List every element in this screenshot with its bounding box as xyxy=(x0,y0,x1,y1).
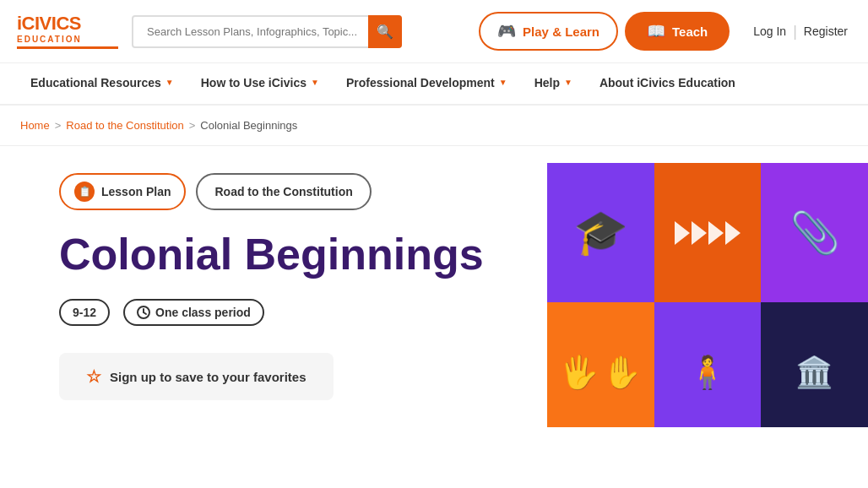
raised-hand-icon: 🖐 xyxy=(559,354,599,391)
nav-label: Educational Resources xyxy=(30,76,161,89)
duration-label: One class period xyxy=(155,306,251,319)
chevron-down-icon: ▼ xyxy=(564,78,572,87)
road-label: Road to the Constitution xyxy=(214,185,352,198)
favorites-label: Sign up to save to your favorites xyxy=(110,370,307,384)
header-nav-buttons: 🎮 Play & Learn 📖 Teach xyxy=(479,12,730,51)
hero-cell-arrows xyxy=(654,163,762,302)
play-learn-label: Play & Learn xyxy=(523,24,599,39)
breadcrumb-section[interactable]: Road to the Constitution xyxy=(66,119,183,132)
svg-line-2 xyxy=(144,312,146,314)
hero-cell-purple: 🧍 xyxy=(654,302,762,427)
hero-cell-graduation: 🎓 xyxy=(547,163,654,302)
duration-badge: One class period xyxy=(123,299,264,326)
paperclip-icon: 📎 xyxy=(789,209,840,257)
header: iCIVICS EDUCATION 🔍 🎮 Play & Learn 📖 Tea… xyxy=(0,0,868,63)
search-input[interactable] xyxy=(132,15,402,48)
nav-label: Professional Development xyxy=(346,76,495,89)
search-icon: 🔍 xyxy=(377,24,393,40)
hero-cell-dark: 🏛️ xyxy=(761,302,868,427)
logo-education-text: EDUCATION xyxy=(17,35,118,44)
main-content: 🎓 📎 🖐 ✋ 🧍 🏛️ xyxy=(0,146,868,427)
arrow-icon xyxy=(708,221,724,245)
chevron-down-icon: ▼ xyxy=(499,78,507,87)
arrow-icon xyxy=(725,221,741,245)
register-link[interactable]: Register xyxy=(800,18,851,45)
logo[interactable]: iCIVICS EDUCATION xyxy=(17,14,118,49)
logo-icivics-text: iCIVICS xyxy=(17,14,118,33)
navbar: Educational Resources ▼ How to Use iCivi… xyxy=(0,63,868,106)
sidebar-item-educational-resources[interactable]: Educational Resources ▼ xyxy=(17,63,187,104)
breadcrumb: Home > Road to the Constitution > Coloni… xyxy=(0,106,868,146)
breadcrumb-sep-2: > xyxy=(189,119,196,132)
chevron-down-icon: ▼ xyxy=(311,78,319,87)
sidebar-item-about[interactable]: About iCivics Education xyxy=(586,63,749,104)
clipboard-icon: 📋 xyxy=(79,186,91,198)
grade-badge: 9-12 xyxy=(59,299,110,326)
sidebar-item-help[interactable]: Help ▼ xyxy=(521,63,586,104)
login-link[interactable]: Log In xyxy=(750,18,789,45)
arrow-icon xyxy=(692,221,707,245)
raised-hand-icon-2: ✋ xyxy=(602,354,642,391)
nav-label: About iCivics Education xyxy=(599,76,735,89)
person-icon: 🧍 xyxy=(687,354,727,391)
arrow-row xyxy=(675,221,741,245)
decorative-icon: 🏛️ xyxy=(795,355,833,390)
tag-road-to-constitution[interactable]: Road to the Constitution xyxy=(196,173,371,210)
star-icon: ☆ xyxy=(86,366,101,387)
hero-grid: 🎓 📎 🖐 ✋ 🧍 🏛️ xyxy=(547,163,868,427)
teach-button[interactable]: 📖 Teach xyxy=(625,12,730,51)
sidebar-item-professional-dev[interactable]: Professional Development ▼ xyxy=(333,63,521,104)
sidebar-item-how-to-use[interactable]: How to Use iCivics ▼ xyxy=(187,63,333,104)
search-wrapper: 🔍 xyxy=(132,15,402,48)
breadcrumb-home[interactable]: Home xyxy=(20,119,50,132)
hero-image: 🎓 📎 🖐 ✋ 🧍 🏛️ xyxy=(547,163,868,427)
graduation-cap-icon: 🎓 xyxy=(573,207,628,258)
book-icon: 📖 xyxy=(647,22,665,41)
arrow-icon xyxy=(675,221,690,245)
search-button[interactable]: 🔍 xyxy=(368,15,402,48)
clock-icon xyxy=(137,306,150,319)
nav-label: Help xyxy=(534,76,560,89)
auth-links: Log In | Register xyxy=(750,18,851,45)
nav-label: How to Use iCivics xyxy=(201,76,307,89)
play-learn-button[interactable]: 🎮 Play & Learn xyxy=(479,12,618,51)
favorites-button[interactable]: ☆ Sign up to save to your favorites xyxy=(59,353,334,400)
breadcrumb-sep-1: > xyxy=(55,119,62,132)
breadcrumb-current: Colonial Beginnings xyxy=(200,119,297,132)
logo-bar xyxy=(17,46,118,49)
hero-cell-hands: 🖐 ✋ xyxy=(547,302,654,427)
auth-divider: | xyxy=(793,23,797,41)
lesson-plan-icon: 📋 xyxy=(74,182,95,202)
teach-label: Teach xyxy=(672,24,708,39)
tag-lesson-plan[interactable]: 📋 Lesson Plan xyxy=(59,173,186,210)
chevron-down-icon: ▼ xyxy=(165,78,174,87)
hero-cell-paperclip: 📎 xyxy=(761,163,868,302)
play-learn-icon: 🎮 xyxy=(497,22,516,41)
lesson-plan-label: Lesson Plan xyxy=(101,185,171,198)
